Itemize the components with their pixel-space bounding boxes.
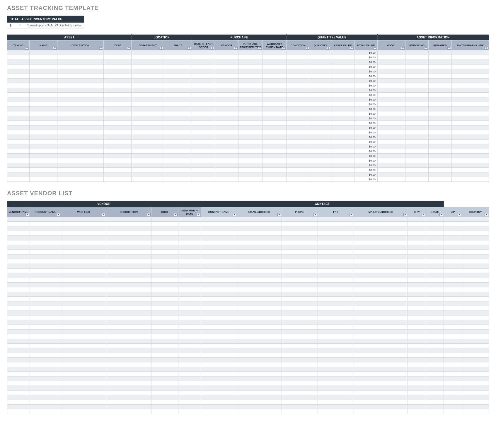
cell[interactable] [192, 144, 215, 149]
cell[interactable] [318, 259, 354, 264]
cell[interactable] [7, 278, 30, 283]
cell[interactable] [287, 158, 310, 163]
table-row[interactable] [7, 395, 489, 400]
table-row[interactable]: $0.00 [7, 149, 489, 154]
cell[interactable] [428, 102, 451, 107]
cell[interactable] [263, 107, 287, 111]
cell[interactable] [151, 292, 178, 297]
cell[interactable] [263, 168, 287, 172]
cell[interactable] [405, 158, 428, 163]
cell[interactable] [405, 172, 428, 177]
cell[interactable] [106, 339, 151, 344]
cell[interactable] [377, 154, 405, 158]
cell[interactable] [452, 97, 489, 102]
cell[interactable] [426, 236, 444, 240]
cell[interactable] [405, 74, 428, 79]
cell[interactable] [61, 325, 106, 330]
filter-dropdown-icon[interactable] [25, 47, 29, 50]
cell[interactable] [318, 245, 354, 250]
cell[interactable] [215, 107, 238, 111]
cell[interactable] [462, 362, 489, 367]
cell[interactable] [237, 405, 282, 409]
cell[interactable] [426, 400, 444, 405]
cell[interactable]: $0.00 [354, 93, 377, 97]
cell[interactable] [318, 353, 354, 358]
cell[interactable] [201, 273, 237, 278]
cell[interactable] [428, 144, 451, 149]
cell[interactable] [238, 135, 262, 140]
cell[interactable] [30, 287, 61, 292]
cell[interactable] [331, 93, 354, 97]
cell[interactable] [426, 311, 444, 315]
cell[interactable] [178, 358, 201, 362]
cell[interactable] [57, 93, 104, 97]
cell[interactable] [426, 264, 444, 269]
cell[interactable] [7, 330, 30, 334]
cell[interactable] [408, 292, 426, 297]
cell[interactable] [318, 344, 354, 348]
cell[interactable] [452, 121, 489, 125]
cell[interactable] [310, 55, 331, 60]
cell[interactable] [178, 381, 201, 386]
cell[interactable] [452, 163, 489, 168]
cell[interactable] [452, 135, 489, 140]
cell[interactable] [462, 236, 489, 240]
cell[interactable] [287, 55, 310, 60]
cell[interactable] [106, 330, 151, 334]
cell[interactable] [452, 111, 489, 116]
table-row[interactable]: $0.00 [7, 111, 489, 116]
cell[interactable] [331, 172, 354, 177]
cell[interactable] [61, 409, 106, 414]
cell[interactable] [405, 88, 428, 93]
cell[interactable] [462, 254, 489, 259]
table-row[interactable]: $0.00 [7, 116, 489, 121]
cell[interactable] [405, 79, 428, 83]
cell[interactable] [192, 50, 215, 55]
cell[interactable] [106, 348, 151, 353]
cell[interactable] [192, 102, 215, 107]
cell[interactable] [215, 149, 238, 154]
cell[interactable] [310, 130, 331, 135]
cell[interactable] [354, 301, 408, 306]
column-header-type[interactable]: TYPE [104, 40, 132, 50]
cell[interactable] [318, 278, 354, 283]
cell[interactable] [408, 245, 426, 250]
cell[interactable] [7, 386, 30, 391]
cell[interactable] [405, 144, 428, 149]
cell[interactable] [318, 395, 354, 400]
cell[interactable] [104, 177, 132, 182]
cell[interactable] [452, 116, 489, 121]
cell[interactable] [104, 121, 132, 125]
cell[interactable] [7, 325, 30, 330]
cell[interactable] [7, 121, 30, 125]
cell[interactable] [238, 74, 262, 79]
cell[interactable] [106, 283, 151, 287]
cell[interactable] [151, 334, 178, 339]
cell[interactable] [7, 283, 30, 287]
cell[interactable] [104, 69, 132, 74]
cell[interactable] [452, 88, 489, 93]
cell[interactable] [238, 83, 262, 88]
cell[interactable] [237, 269, 282, 273]
cell[interactable] [287, 168, 310, 172]
table-row[interactable]: $0.00 [7, 158, 489, 163]
cell[interactable] [7, 405, 30, 409]
table-row[interactable]: $0.00 [7, 144, 489, 149]
cell[interactable] [318, 306, 354, 311]
cell[interactable] [30, 60, 57, 65]
table-row[interactable]: $0.00 [7, 168, 489, 172]
cell[interactable] [405, 130, 428, 135]
cell[interactable] [30, 269, 61, 273]
cell[interactable] [263, 79, 287, 83]
cell[interactable] [238, 107, 262, 111]
cell[interactable] [7, 264, 30, 269]
cell[interactable] [201, 217, 237, 222]
table-row[interactable] [7, 287, 489, 292]
cell[interactable] [282, 381, 318, 386]
cell[interactable] [57, 177, 104, 182]
cell[interactable] [201, 231, 237, 236]
cell[interactable] [201, 344, 237, 348]
cell[interactable] [452, 50, 489, 55]
cell[interactable] [61, 236, 106, 240]
cell[interactable] [7, 273, 30, 278]
